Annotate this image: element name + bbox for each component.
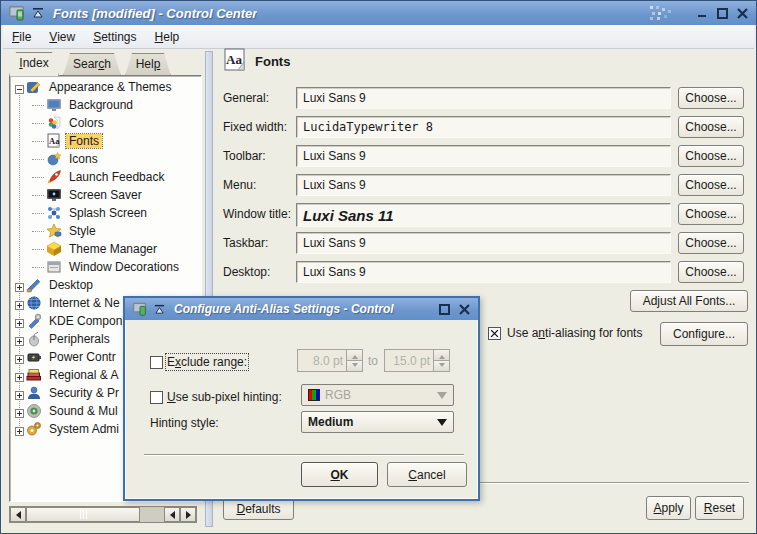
plus-expander-icon[interactable]	[15, 317, 24, 326]
antialias-label[interactable]: Use anti-aliasing for fonts	[507, 326, 642, 340]
font-preview-value: Luxi Sans 9	[303, 91, 366, 105]
subpixel-combobox[interactable]: RGB	[301, 384, 454, 406]
spin-up-icon[interactable]	[347, 350, 362, 360]
tab-help[interactable]: Help	[125, 53, 171, 76]
tree-connector	[32, 177, 44, 178]
font-preview-field: Luxi Sans 9	[296, 174, 671, 196]
plus-expander-icon[interactable]	[15, 371, 24, 380]
dialog-close-button[interactable]	[454, 300, 474, 318]
font-preview-value: Luxi Sans 9	[303, 178, 366, 192]
tree-item-style[interactable]: Style	[10, 222, 201, 240]
tree-item-icons[interactable]: Icons	[10, 150, 201, 168]
fonts-icon: Aa	[46, 133, 62, 149]
tree-item-label: Appearance & Themes	[46, 80, 175, 94]
tree-item-window-decorations[interactable]: Window Decorations	[10, 258, 201, 276]
tree-item-background[interactable]: Background	[10, 96, 201, 114]
splash-screen-icon	[46, 205, 62, 221]
hinting-style-combobox[interactable]: Medium	[301, 411, 454, 433]
tree-item-splash-screen[interactable]: Splash Screen	[10, 204, 201, 222]
maximize-button[interactable]	[712, 4, 732, 22]
choose-button[interactable]: Choose...	[678, 203, 744, 225]
ok-button[interactable]: OK	[301, 462, 378, 487]
apply-button[interactable]: Apply	[646, 496, 691, 520]
chevron-down-icon	[437, 419, 447, 431]
configure-button[interactable]: Configure...	[660, 322, 748, 346]
tree-connector	[32, 123, 44, 124]
tree-item-appearance-themes[interactable]: Appearance & Themes	[10, 78, 201, 96]
dialog-titlebar[interactable]: Configure Anti-Alias Settings - Control	[125, 298, 478, 320]
font-preview-value: Luxi Sans 9	[303, 236, 366, 250]
svg-text:Aa: Aa	[49, 136, 60, 146]
tree-item-screen-saver[interactable]: Screen Saver	[10, 186, 201, 204]
minimize-button[interactable]	[692, 4, 712, 22]
scroll-right-icon[interactable]	[180, 507, 196, 522]
tree-connector	[32, 195, 44, 196]
dialog-maximize-button[interactable]	[434, 300, 454, 318]
exclude-range-checkbox[interactable]	[150, 356, 163, 369]
font-preview-field: Luxi Sans 11	[296, 203, 671, 227]
adjust-all-fonts-button[interactable]: Adjust All Fonts...	[630, 290, 748, 312]
range-to-value: 15.0 pt	[385, 354, 433, 368]
font-row-label: General:	[223, 91, 269, 105]
dialog-shade-icon[interactable]	[154, 304, 165, 315]
spin-down-icon[interactable]	[347, 360, 362, 371]
tree-item-launch-feedback[interactable]: Launch Feedback	[10, 168, 201, 186]
reset-button[interactable]: Reset	[695, 496, 744, 520]
tree-connector	[32, 141, 44, 142]
antialias-checkbox[interactable]	[488, 327, 501, 340]
choose-button[interactable]: Choose...	[678, 174, 744, 196]
range-to-spinbox[interactable]: 15.0 pt	[384, 349, 450, 372]
scroll-left-icon[interactable]	[10, 507, 26, 522]
exclude-range-label[interactable]: Exclude range:	[167, 355, 247, 369]
tree-item-desktop[interactable]: Desktop	[10, 276, 201, 294]
subpixel-label[interactable]: Use sub-pixel hinting:	[167, 390, 282, 404]
cancel-button[interactable]: Cancel	[387, 462, 467, 487]
dialog-app-icon[interactable]	[132, 301, 148, 317]
tree-item-fonts[interactable]: AaFonts	[10, 132, 201, 150]
subpixel-checkbox[interactable]	[150, 391, 163, 404]
shade-icon[interactable]	[32, 7, 44, 19]
scrollbar-thumb[interactable]	[26, 507, 140, 522]
spin-down-icon[interactable]	[434, 360, 449, 371]
menu-item-settings[interactable]: Settings	[84, 27, 145, 47]
choose-button[interactable]: Choose...	[678, 261, 744, 283]
tab-index[interactable]: Index	[9, 52, 59, 76]
plus-expander-icon[interactable]	[15, 335, 24, 344]
minus-expander-icon[interactable]	[15, 83, 24, 92]
plus-expander-icon[interactable]	[15, 407, 24, 416]
plus-expander-icon[interactable]	[15, 425, 24, 434]
font-preview-field: Luxi Sans 9	[296, 232, 671, 254]
titlebar[interactable]: Fonts [modified] - Control Center	[1, 1, 756, 25]
close-button[interactable]	[732, 4, 752, 22]
plus-expander-icon[interactable]	[15, 389, 24, 398]
choose-button[interactable]: Choose...	[678, 116, 744, 138]
tree-item-label: Launch Feedback	[66, 170, 167, 184]
sound-icon	[26, 403, 42, 419]
spin-up-icon[interactable]	[434, 350, 449, 360]
tree-horizontal-scrollbar[interactable]	[9, 506, 197, 523]
tab-search[interactable]: Search	[63, 53, 121, 76]
tree-item-theme-manager[interactable]: Theme Manager	[10, 240, 201, 258]
menu-item-view[interactable]: View	[40, 27, 84, 47]
power-icon	[26, 349, 42, 365]
tree-connector	[32, 267, 44, 268]
menu-item-file[interactable]: File	[3, 27, 40, 47]
scroll-left2-icon[interactable]	[164, 507, 180, 522]
app-icon[interactable]	[8, 4, 26, 22]
tree-item-label: Fonts	[66, 134, 102, 148]
tree-item-colors[interactable]: Colors	[10, 114, 201, 132]
font-row-label: Taskbar:	[223, 236, 268, 250]
plus-expander-icon[interactable]	[15, 299, 24, 308]
choose-button[interactable]: Choose...	[678, 145, 744, 167]
range-from-spinbox[interactable]: 8.0 pt	[297, 349, 363, 372]
tree-connector	[32, 231, 44, 232]
plus-expander-icon[interactable]	[15, 281, 24, 290]
tree-item-label: Sound & Mul	[46, 404, 121, 418]
plus-expander-icon[interactable]	[15, 353, 24, 362]
choose-button[interactable]: Choose...	[678, 87, 744, 109]
scrollbar-track[interactable]	[140, 507, 164, 522]
font-preview-field: Luxi Sans 9	[296, 145, 671, 167]
choose-button[interactable]: Choose...	[678, 232, 744, 254]
titlebar-pattern	[648, 4, 692, 22]
menu-item-help[interactable]: Help	[146, 27, 189, 47]
